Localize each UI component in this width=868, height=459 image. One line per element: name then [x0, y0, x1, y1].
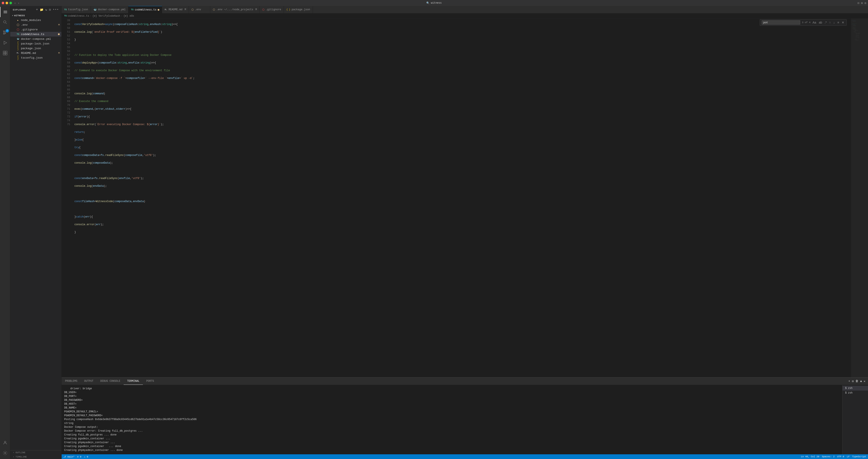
close-window-button[interactable] [2, 2, 4, 4]
sidebar-item-node-modules[interactable]: ▸ node_modules [10, 18, 61, 23]
layout-icon[interactable]: ⊞ [861, 1, 863, 5]
minimap[interactable]: const VerifyCode console.log } // Functi… [851, 19, 868, 377]
chevron-right-icon: › [13, 451, 14, 454]
collapse-all-icon[interactable]: ⊟ [49, 8, 51, 11]
code-content[interactable]: const VerifyCodeHash = async(composeFile… [72, 19, 851, 377]
terminal-tab-zsh-1[interactable]: $ zsh [842, 386, 868, 391]
terminal-tab-zsh-2[interactable]: $ zsh [842, 391, 868, 395]
breadcrumb-item[interactable]: {e} e0x [123, 14, 134, 18]
sidebar-item-readme[interactable]: M↓ README.md M [10, 51, 61, 55]
tab-bar: TS tsconfig.json 🐳 docker-compose.yml TS… [62, 6, 868, 13]
explorer-activity-icon[interactable] [0, 7, 10, 17]
settings-icon[interactable]: ⚙ [865, 1, 866, 5]
kill-terminal-icon[interactable]: 🗑 [856, 379, 858, 383]
terminal-line: Docker Compose output: [64, 425, 840, 429]
env-projects-git-badge: M [255, 8, 257, 11]
prev-match-button[interactable]: ↑ [829, 20, 831, 25]
sidebar-item-env[interactable]: ⬡ .env M [10, 23, 61, 27]
sidebar-item-package[interactable]: { } package.json [10, 46, 61, 51]
debug-console-tab[interactable]: DEBUG CONSOLE [97, 377, 124, 385]
encoding-status[interactable]: UTF-8 [837, 455, 844, 458]
tab-env-projects[interactable]: ⬡ .env ~/.../node_projects M [210, 6, 260, 13]
cursor-position-status[interactable]: Ln 46, Col 29 [801, 455, 819, 458]
readme-label: README.md [21, 52, 36, 55]
search-activity-icon[interactable] [0, 17, 10, 27]
terminal-tab[interactable]: TERMINAL [124, 377, 143, 385]
readme-tab-label: README.md [168, 8, 182, 11]
add-terminal-icon[interactable]: + [848, 379, 850, 383]
tab-docker-compose[interactable]: 🐳 docker-compose.yml [91, 6, 129, 13]
tab-gitignore[interactable]: ⬡ .gitignore [260, 6, 284, 13]
git-branch-status[interactable]: ⎇ main* [63, 455, 75, 458]
regex-button[interactable]: .* [824, 20, 827, 25]
outline-section[interactable]: › OUTLINE [10, 451, 61, 455]
tab-tsconfig[interactable]: TS tsconfig.json [62, 6, 91, 13]
md-file-icon: M↓ [16, 52, 20, 54]
errors-status[interactable]: ⊘ 0 [77, 455, 82, 458]
breadcrumb-file[interactable]: codeWitness.ts [68, 14, 89, 18]
terminal-line: DB_HOST= [64, 402, 840, 406]
close-panel-icon[interactable]: ✕ [864, 379, 865, 383]
language-mode-status[interactable]: TypeScript [852, 455, 866, 458]
outline-label: OUTLINE [16, 451, 26, 454]
tab-codewitness[interactable]: TS codeWitness.ts [128, 6, 162, 13]
source-control-activity-icon[interactable]: 2 [0, 27, 10, 38]
json-tab-icon: { } [286, 8, 290, 11]
md-tab-icon: M↓ [165, 8, 167, 11]
readme-modified-badge: M [58, 52, 60, 54]
close-find-button[interactable]: ✕ [841, 20, 845, 25]
new-folder-icon[interactable]: 📁 [40, 8, 43, 11]
find-match-info: 3 of 4 [802, 21, 810, 24]
maximize-window-button[interactable] [9, 2, 12, 4]
extensions-activity-icon[interactable] [0, 48, 10, 58]
indentation-status[interactable]: Spaces: 2 [822, 455, 834, 458]
sidebar-item-package-lock[interactable]: { } package-lock.json [10, 41, 61, 46]
manage-activity-icon[interactable] [0, 448, 10, 458]
timeline-section[interactable]: › TIMELINE [10, 455, 61, 459]
nav-back-button[interactable]: ‹ [14, 1, 17, 5]
gitignore-label: .gitignore [21, 28, 38, 31]
output-tab-label: OUTPUT [84, 380, 93, 382]
witness-section-header[interactable]: ▾ WITNESS [10, 13, 61, 18]
tab-readme[interactable]: M↓ README.md M [162, 6, 189, 13]
sidebar-item-docker-compose[interactable]: 🐳 docker-compose.yml [10, 37, 61, 41]
sidebar-item-tsconfig[interactable]: { } tsconfig.json [10, 55, 61, 60]
error-icon: ⊘ [77, 456, 79, 458]
split-editor-icon[interactable]: ⊟ [858, 1, 859, 5]
tsconfig-tab-label: tsconfig.json [68, 8, 88, 11]
debug-console-tab-label: DEBUG CONSOLE [100, 380, 120, 382]
ports-tab[interactable]: PORTS [143, 377, 157, 385]
problems-tab[interactable]: PROBLEMS [62, 377, 81, 385]
tab-package[interactable]: { } package.json [284, 6, 313, 13]
line-ending-status[interactable]: LF [847, 455, 849, 458]
refresh-icon[interactable]: ↻ [45, 8, 47, 11]
whole-word-button[interactable]: ab [818, 20, 823, 25]
output-tab[interactable]: OUTPUT [81, 377, 97, 385]
warnings-status[interactable]: ⚠ 0 [84, 455, 88, 458]
nav-forward-button[interactable]: › [17, 1, 20, 5]
minimize-window-button[interactable] [6, 2, 8, 4]
package-lock-label: package-lock.json [21, 42, 50, 45]
terminal-line: Creating full_db_postgres ... done [64, 433, 840, 437]
terminal-line: Creating pgadmin_container ... [64, 437, 840, 440]
sidebar-item-gitignore[interactable]: ⬡ .gitignore [10, 27, 61, 32]
code-editor[interactable]: 39 49 50 51 52 53 54 55 56 57 58 59 60 6… [62, 19, 868, 377]
warning-icon: ⚠ [84, 456, 85, 458]
case-sensitive-button[interactable]: Aa [812, 20, 817, 25]
accounts-activity-icon[interactable] [0, 438, 10, 448]
errors-label: 0 [80, 456, 82, 458]
maximize-panel-icon[interactable]: ▲ [860, 379, 862, 383]
more-options-icon[interactable]: ••• [53, 8, 59, 11]
next-match-button[interactable]: ↓ [833, 20, 835, 25]
sidebar-item-codewitness[interactable]: TS codeWitness.ts [10, 32, 61, 37]
tab-env[interactable]: ⬡ .env [189, 6, 210, 13]
split-terminal-icon[interactable]: ⊟ [852, 379, 854, 383]
witness-section: ▾ WITNESS ▸ node_modules ⬡ .env M ⬡ .git… [10, 13, 61, 60]
terminal-main[interactable]: driver: bridge DB_USER= DB_PORT= DB_PASS… [62, 385, 842, 454]
breadcrumb-function[interactable]: {e} VerifyCodeHash [92, 14, 120, 18]
find-input[interactable] [762, 20, 800, 25]
new-file-icon[interactable]: + [36, 8, 38, 11]
title-search[interactable]: 🔍 witness [426, 1, 441, 5]
more-find-options-button[interactable]: ≡ [837, 20, 840, 25]
run-debug-activity-icon[interactable] [0, 38, 10, 48]
